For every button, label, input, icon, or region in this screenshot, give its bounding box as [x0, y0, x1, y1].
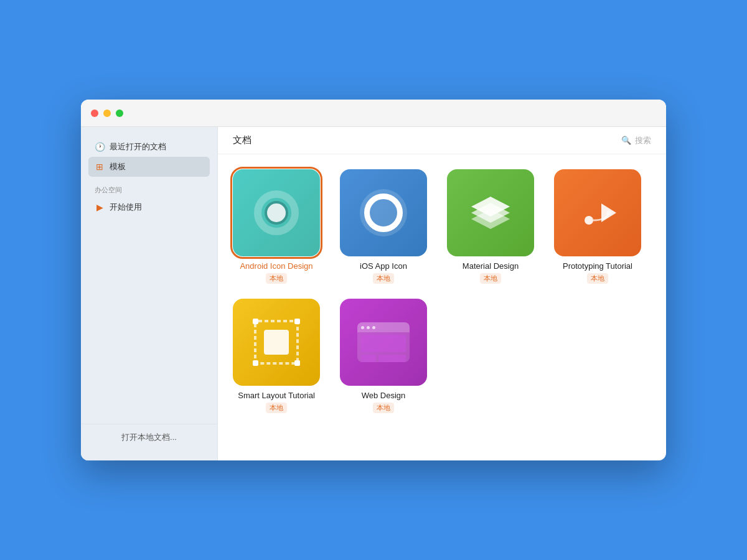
template-name-material: Material Design — [463, 261, 519, 271]
template-tag-android: 本地 — [266, 273, 287, 284]
templates-grid: Android Icon Design 本地 iOS App Icon 本地 — [218, 154, 666, 460]
sidebar-item-templates-label: 模板 — [110, 161, 126, 172]
template-thumb-ios — [340, 169, 427, 256]
material-layers-svg — [469, 194, 512, 231]
main-header: 文档 🔍 搜索 — [218, 127, 666, 154]
template-thumb-web — [340, 299, 427, 386]
web-titlebar — [357, 322, 410, 332]
search-placeholder: 搜索 — [635, 135, 651, 146]
sidebar-item-templates[interactable]: ⊞ 模板 — [88, 157, 210, 177]
template-tag-material: 本地 — [480, 273, 501, 284]
template-tag-smart: 本地 — [266, 403, 287, 413]
web-block-3 — [378, 355, 406, 362]
android-center-dot — [267, 203, 286, 222]
web-block-1 — [361, 335, 406, 352]
template-name-web: Web Design — [362, 391, 406, 400]
maximize-button[interactable] — [116, 110, 123, 117]
svg-rect-8 — [253, 319, 258, 324]
sidebar-section-workspace: 办公空间 ▶ 开始使用 — [81, 177, 217, 217]
minimize-button[interactable] — [103, 110, 111, 117]
web-block-row — [361, 355, 406, 362]
title-bar — [81, 100, 666, 127]
web-dot-1 — [361, 326, 364, 329]
proto-svg — [566, 182, 629, 244]
svg-rect-9 — [294, 319, 300, 324]
template-item-android-icon-design[interactable]: Android Icon Design 本地 — [233, 169, 320, 284]
close-button[interactable] — [91, 110, 98, 117]
app-window: 🕐 最近打开的文档 ⊞ 模板 办公空间 ▶ 开始使用 打开本地文档... — [81, 100, 666, 460]
open-local-button[interactable]: 打开本地文档... — [81, 424, 217, 450]
web-content — [357, 332, 410, 362]
search-bar[interactable]: 🔍 搜索 — [621, 135, 651, 146]
template-item-ios-app-icon[interactable]: iOS App Icon 本地 — [340, 169, 427, 284]
template-thumb-proto — [554, 169, 641, 256]
main-panel: 文档 🔍 搜索 Android Icon Design 本地 — [218, 127, 666, 460]
template-name-ios: iOS App Icon — [360, 261, 407, 271]
content-area: 🕐 最近打开的文档 ⊞ 模板 办公空间 ▶ 开始使用 打开本地文档... — [81, 127, 666, 460]
template-tag-proto: 本地 — [587, 273, 608, 284]
template-item-material-design[interactable]: Material Design 本地 — [447, 169, 534, 284]
web-dot-3 — [372, 326, 375, 329]
sidebar: 🕐 最近打开的文档 ⊞ 模板 办公空间 ▶ 开始使用 打开本地文档... — [81, 127, 218, 460]
sidebar-item-recent-label: 最近打开的文档 — [110, 141, 166, 152]
get-started-icon: ▶ — [95, 202, 105, 212]
template-name-smart: Smart Layout Tutorial — [238, 391, 315, 400]
search-icon: 🔍 — [621, 136, 631, 145]
template-name-android: Android Icon Design — [240, 261, 312, 271]
template-tag-web: 本地 — [373, 403, 394, 413]
svg-point-5 — [606, 210, 611, 215]
open-local-label: 打开本地文档... — [121, 432, 177, 442]
svg-point-3 — [585, 216, 593, 225]
sidebar-item-recent[interactable]: 🕐 最近打开的文档 — [88, 137, 210, 157]
ios-circle-inner — [364, 194, 403, 232]
svg-rect-7 — [264, 330, 289, 355]
web-dot-2 — [367, 326, 370, 329]
template-name-proto: Prototyping Tutorial — [563, 261, 632, 271]
smart-svg — [247, 312, 306, 372]
svg-rect-10 — [253, 360, 258, 366]
template-item-smart-layout-tutorial[interactable]: Smart Layout Tutorial 本地 — [233, 299, 320, 413]
template-tag-ios: 本地 — [373, 273, 394, 284]
templates-icon: ⊞ — [95, 162, 105, 172]
sidebar-item-get-started[interactable]: ▶ 开始使用 — [88, 197, 210, 217]
web-browser-shape — [357, 322, 410, 362]
template-item-web-design[interactable]: Web Design 本地 — [340, 299, 427, 413]
material-layers — [469, 194, 512, 231]
template-item-prototyping-tutorial[interactable]: Prototyping Tutorial 本地 — [554, 169, 641, 284]
workspace-label: 办公空间 — [88, 177, 210, 197]
sidebar-section-main: 🕐 最近打开的文档 ⊞ 模板 — [81, 137, 217, 177]
template-thumb-android — [233, 169, 320, 256]
web-block-2 — [361, 355, 376, 362]
clock-icon: 🕐 — [95, 142, 105, 152]
sidebar-item-get-started-label: 开始使用 — [110, 202, 142, 213]
main-title: 文档 — [233, 134, 251, 146]
template-thumb-smart — [233, 299, 320, 386]
traffic-lights — [91, 110, 123, 117]
template-thumb-material — [447, 169, 534, 256]
svg-rect-11 — [294, 360, 300, 366]
